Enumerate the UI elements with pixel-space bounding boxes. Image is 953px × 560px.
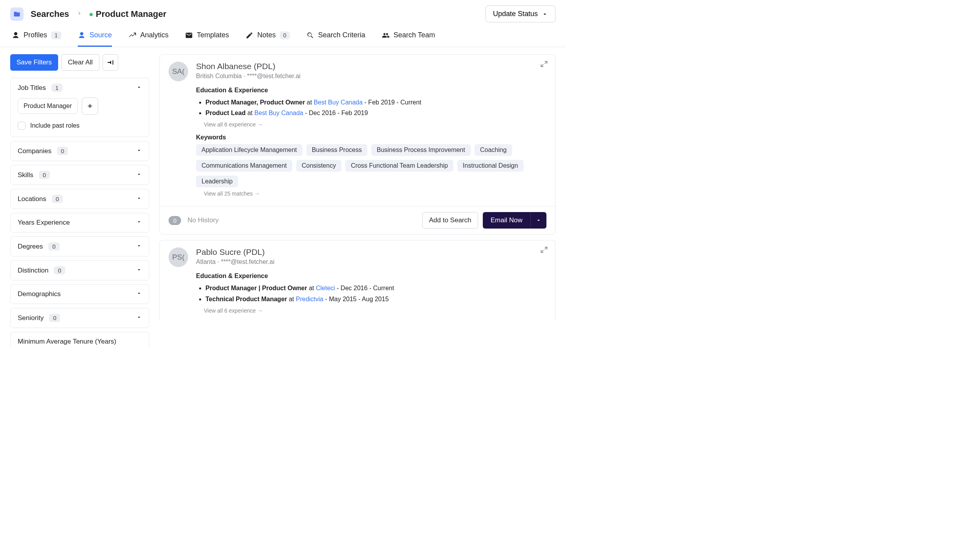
trending-icon [128,31,136,39]
tab-notes[interactable]: Notes 0 [246,31,290,47]
profile-name[interactable]: Shon Albanese (PDL) [196,62,546,71]
history-count-badge: 0 [169,216,181,225]
company-link[interactable]: Cleteci [316,285,335,291]
tab-notes-badge: 0 [280,31,290,39]
person-icon [12,31,20,39]
keyword-chip: Instructional Design [457,160,524,172]
tab-search-team[interactable]: Search Team [382,31,435,47]
filter-count-job-titles: 1 [51,84,62,92]
chevron-down-icon [542,11,548,17]
view-all-experience-link[interactable]: View all 6 experience → [204,121,546,128]
keyword-chip: Business Process [306,144,367,156]
include-past-roles-checkbox[interactable] [18,122,26,130]
profile-subline: British Columbia · ****@test.fetcher.ai [196,73,546,80]
collapse-left-icon [106,58,115,67]
keyword-chip: Leadership [196,176,238,187]
company-link[interactable]: Predictvia [296,296,323,302]
include-past-roles-label: Include past roles [30,122,79,129]
keyword-chip: Cross Functional Team Leadership [345,160,453,172]
history-text: No History [187,216,218,224]
tab-source[interactable]: Source [78,31,112,47]
chevron-down-icon [136,172,142,179]
email-now-button[interactable]: Email Now [483,212,530,229]
filter-panel-companies: Companies 0 [10,141,149,161]
filter-chip-product-manager[interactable]: Product Manager [18,98,78,114]
chevron-down-icon [136,219,142,226]
tab-templates[interactable]: Templates [185,31,229,47]
experience-item: Product Manager, Product Owner at Best B… [205,97,546,108]
add-to-search-button[interactable]: Add to Search [422,212,478,229]
update-status-button[interactable]: Update Status [486,5,555,22]
chevron-up-icon [136,84,142,92]
filter-header-degrees[interactable]: Degrees 0 [11,237,149,256]
chevron-down-icon [535,217,542,223]
company-link[interactable]: Best Buy Canada [314,99,363,106]
filter-header-job-titles[interactable]: Job Titles 1 [11,78,149,97]
section-education-experience: Education & Experience [196,87,546,94]
avatar: SA( [169,62,188,81]
keyword-chip: Business Process Improvement [371,144,471,156]
filter-panel-degrees: Degrees 0 [10,236,149,256]
results-list: SA( Shon Albanese (PDL) British Columbia… [159,54,555,326]
people-icon [382,31,390,39]
filter-header-demographics[interactable]: Demographics [11,285,149,304]
filter-panel-years-experience: Years Experience [10,213,149,232]
save-filters-button[interactable]: Save Filters [10,54,58,71]
pencil-icon [246,31,253,39]
add-job-title-button[interactable] [82,97,98,115]
person-icon [78,31,86,39]
expand-icon [540,246,548,254]
experience-item: Product Lead at Best Buy Canada - Dec 20… [205,108,546,118]
filter-header-locations[interactable]: Locations 0 [11,189,149,209]
keyword-chip: Coaching [475,144,512,156]
filter-panel-skills: Skills 0 [10,165,149,185]
tab-search-criteria[interactable]: Search Criteria [306,31,365,47]
collapse-sidebar-button[interactable] [103,54,118,71]
profile-name[interactable]: Pablo Sucre (PDL) [196,247,546,257]
expand-card-button[interactable] [540,246,548,255]
filter-header-years-experience[interactable]: Years Experience [11,213,149,232]
clear-all-button[interactable]: Clear All [61,54,99,71]
expand-card-button[interactable] [540,60,548,70]
chevron-down-icon [136,315,142,322]
email-dropdown-button[interactable] [530,212,546,229]
plus-icon [86,102,93,110]
filter-panel-seniority: Seniority 0 [10,308,149,328]
filter-header-seniority[interactable]: Seniority 0 [11,308,149,328]
filter-panel-locations: Locations 0 [10,189,149,209]
filter-panel-min-tenure: Minimum Average Tenure (Years) [10,332,149,347]
mail-icon [185,31,193,39]
filter-panel-demographics: Demographics [10,284,149,304]
search-icon [306,31,314,39]
chevron-down-icon [136,267,142,274]
tab-analytics[interactable]: Analytics [128,31,169,47]
status-dot-icon [90,13,93,16]
profile-subline: Atlanta · ****@test.fetcher.ai [196,258,546,265]
filter-header-skills[interactable]: Skills 0 [11,165,149,185]
filter-panel-job-titles: Job Titles 1 Product Manager Include [10,78,149,137]
chevron-down-icon [136,148,142,155]
avatar: PS( [169,247,188,267]
company-link[interactable]: Best Buy Canada [254,110,303,116]
tab-profiles[interactable]: Profiles 1 [12,31,61,47]
filter-header-companies[interactable]: Companies 0 [11,141,149,161]
filter-header-min-tenure[interactable]: Minimum Average Tenure (Years) [11,332,149,347]
expand-icon [540,60,548,68]
breadcrumb-current: Product Manager [90,9,167,19]
folder-icon [10,7,24,21]
filters-sidebar: Save Filters Clear All Job Titles 1 [10,54,149,351]
keyword-chip: Application Lifecycle Management [196,144,302,156]
chevron-down-icon [136,243,142,250]
tab-profiles-badge: 1 [51,31,61,39]
tab-bar: Profiles 1 Source Analytics Templates No… [0,25,566,47]
section-keywords: Keywords [196,134,546,141]
breadcrumb-root[interactable]: Searches [31,9,69,19]
experience-item: Technical Product Manager at Predictvia … [205,294,546,304]
chevron-down-icon [136,196,142,203]
view-all-matches-link[interactable]: View all 25 matches → [204,190,546,197]
experience-item: Product Manager | Product Owner at Clete… [205,283,546,293]
filter-header-distinction[interactable]: Distinction 0 [11,261,149,280]
filter-panel-distinction: Distinction 0 [10,260,149,280]
view-all-experience-link[interactable]: View all 6 experience → [204,307,546,314]
keyword-chip: Communications Management [196,160,292,172]
